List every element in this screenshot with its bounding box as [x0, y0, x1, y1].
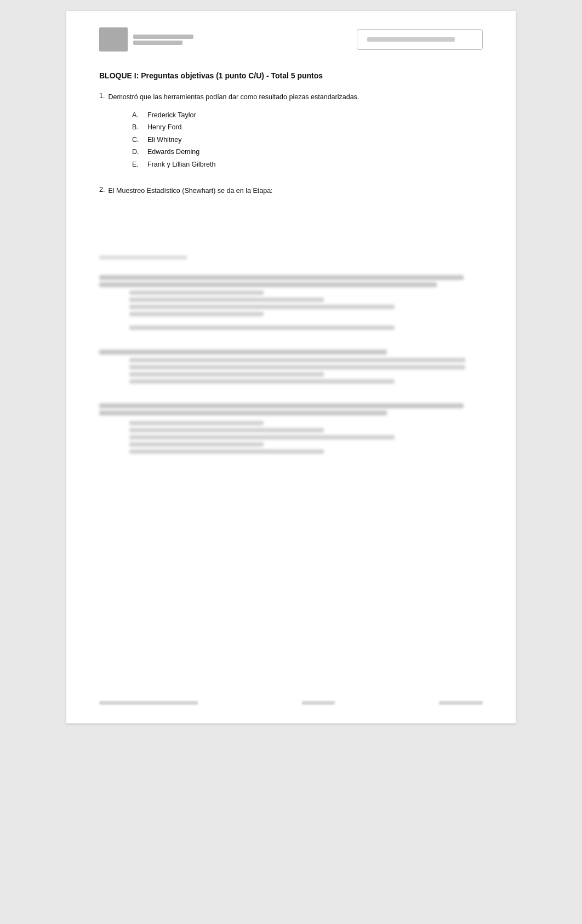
option-letter: A. [132, 109, 142, 122]
option-letter: C. [132, 134, 142, 146]
footer [99, 701, 483, 708]
option-text: Edwards Deming [147, 146, 199, 158]
option-text: Eli Whitney [147, 134, 182, 146]
exam-name-blurred [367, 37, 455, 42]
list-item: B. Henry Ford [132, 121, 483, 134]
page: BLOQUE I: Preguntas objetivas (1 punto C… [66, 11, 516, 723]
option-text: Frederick Taylor [147, 109, 196, 122]
blurred-questions [99, 275, 483, 454]
list-item: E. Frank y Lillian Gilbreth [132, 158, 483, 171]
q2-blank [99, 201, 483, 250]
blurred-q5 [99, 403, 483, 454]
footer-right-text [439, 701, 483, 705]
q2-small-blurred [99, 255, 483, 260]
footer-left [99, 701, 198, 708]
list-item: D. Edwards Deming [132, 146, 483, 158]
blurred-q3-options [99, 290, 483, 330]
option-text: Frank y Lillian Gilbreth [147, 158, 215, 171]
footer-left-text [99, 701, 198, 705]
blurred-q5-options [99, 421, 483, 454]
blurred-q4-options [99, 358, 483, 384]
blurred-q3 [99, 275, 483, 330]
q1-options: A. Frederick Taylor B. Henry Ford C. Eli… [99, 109, 483, 171]
header-text-line-1 [133, 35, 193, 39]
header-left [99, 27, 193, 52]
option-text: Henry Ford [147, 121, 182, 134]
q1-number: 1. [99, 92, 105, 107]
blurred-q4 [99, 350, 483, 384]
logo [99, 27, 128, 52]
footer-center [302, 701, 335, 708]
header-right-box [357, 29, 483, 50]
q2-number: 2. [99, 186, 105, 201]
question-1: 1. Demostró que las herramientas podían … [99, 92, 483, 170]
footer-page [302, 701, 335, 705]
option-letter: B. [132, 121, 142, 134]
question-2: 2. El Muestreo Estadístico (Shewhart) se… [99, 186, 483, 260]
option-letter: E. [132, 158, 142, 171]
list-item: A. Frederick Taylor [132, 109, 483, 122]
list-item: C. Eli Whitney [132, 134, 483, 146]
section-title: BLOQUE I: Preguntas objetivas (1 punto C… [99, 71, 483, 80]
q1-text: Demostró que las herramientas podían dar… [108, 92, 359, 102]
footer-right [439, 701, 483, 708]
header-text-line-2 [133, 41, 182, 45]
option-letter: D. [132, 146, 142, 158]
q2-text: El Muestreo Estadístico (Shewhart) se da… [108, 186, 272, 196]
header-text [133, 35, 193, 45]
header [99, 27, 483, 52]
